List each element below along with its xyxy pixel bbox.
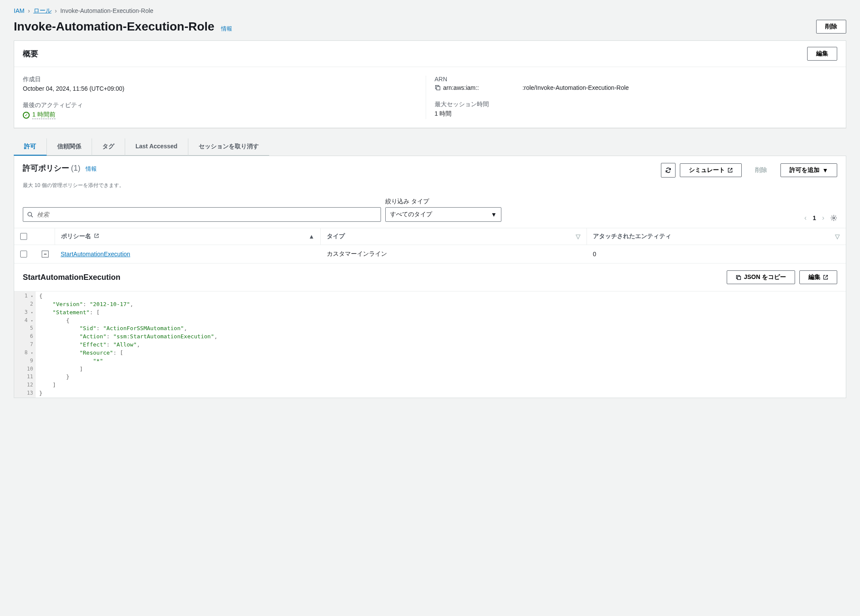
chevron-right-icon: › [28,7,30,14]
breadcrumb-roles[interactable]: ロール [34,7,52,15]
row-checkbox[interactable] [20,251,27,257]
external-link-icon [94,233,99,238]
col-attached[interactable]: アタッチされたエンティティ [593,233,671,240]
copy-icon[interactable] [435,85,441,91]
json-editor[interactable]: 1 ▾ 2 3 ▾ 4 ▾ 5 6 7 8 ▾ 9 10 11 12 13 { … [14,291,846,398]
col-type[interactable]: タイプ [327,233,345,240]
search-input[interactable] [23,207,381,222]
filter-type-label: 絞り込み タイプ [385,198,501,205]
table-row: − StartAutomationExecution カスタマーインライン 0 [14,245,846,264]
settings-icon[interactable] [830,215,837,221]
policies-subtitle: 最大 10 個の管理ポリシーを添付できます。 [14,182,846,194]
svg-rect-3 [737,276,740,279]
policy-name-link[interactable]: StartAutomationExecution [61,251,130,257]
policies-table: ポリシー名 ▲ タイプ ▽ [14,228,846,263]
tab-tags[interactable]: タグ [92,138,125,156]
tab-revoke-session[interactable]: セッションを取り消す [188,138,269,156]
add-permission-button[interactable]: 許可を追加 ▼ [780,163,837,177]
page-prev-icon: ‹ [805,214,807,222]
delete-policy-button: 削除 [746,163,776,177]
breadcrumb-iam[interactable]: IAM [14,7,25,14]
svg-rect-0 [436,86,440,90]
tab-trust[interactable]: 信頼関係 [47,138,92,156]
refresh-button[interactable] [661,163,676,178]
created-date-label: 作成日 [23,76,426,83]
copy-json-button[interactable]: JSON をコピー [727,270,795,284]
last-activity-value: 1 時間前 [32,111,55,119]
svg-point-1 [28,212,32,216]
select-all-checkbox[interactable] [20,233,27,240]
filter-type-select[interactable]: すべてのタイプ ▼ [385,207,501,222]
breadcrumb: IAM › ロール › Invoke-Automation-Execution-… [14,5,846,20]
breadcrumb-current: Invoke-Automation-Execution-Role [60,7,153,14]
check-circle-icon: ✓ [23,112,30,119]
caret-down-icon: ▼ [822,167,828,174]
summary-heading: 概要 [23,49,38,59]
search-icon [27,211,33,218]
simulate-button[interactable]: シミュレート [680,163,742,177]
copy-icon [736,275,741,280]
max-session-label: 最大セッション時間 [435,101,838,108]
edit-policy-button[interactable]: 編集 [799,270,837,284]
summary-panel: 概要 編集 作成日 October 04, 2024, 11:56 (UTC+0… [14,40,846,128]
delete-role-button[interactable]: 削除 [816,20,846,34]
policy-type-value: カスタマーインライン [321,245,587,264]
page-title: Invoke-Automation-Execution-Role 情報 [14,20,232,34]
policy-detail-heading: StartAutomationExecution [23,273,120,282]
svg-point-2 [833,217,835,219]
last-activity-label: 最後のアクティビティ [23,101,426,109]
page-number: 1 [813,215,816,221]
info-link[interactable]: 情報 [221,25,232,32]
refresh-icon [665,167,672,174]
tab-permissions[interactable]: 許可 [14,138,47,156]
caret-down-icon: ▼ [491,211,497,218]
created-date-value: October 04, 2024, 11:56 (UTC+09:00) [23,85,426,92]
sort-icon[interactable]: ▽ [835,233,840,240]
sort-asc-icon[interactable]: ▲ [309,233,315,240]
col-policy-name[interactable]: ポリシー名 [61,233,91,239]
line-gutter: 1 ▾ 2 3 ▾ 4 ▾ 5 6 7 8 ▾ 9 10 11 12 13 [14,291,36,398]
policies-info-link[interactable]: 情報 [86,165,97,172]
collapse-icon[interactable]: − [42,251,49,257]
max-session-value: 1 時間 [435,110,838,118]
policies-count: (1) [71,164,80,172]
tabs: 許可 信頼関係 タグ Last Accessed セッションを取り消す [14,138,846,156]
edit-summary-button[interactable]: 編集 [807,47,837,61]
policies-panel: 許可ポリシー (1) 情報 シミュレート 削除 許可を追加 ▼ 最大 10 個の [14,156,846,398]
arn-value: arn:aws:iam:: :role/Invoke-Automation-Ex… [443,84,629,91]
chevron-right-icon: › [55,7,57,14]
policies-heading: 許可ポリシー [23,164,69,172]
arn-label: ARN [435,76,838,83]
policy-attached-value: 0 [587,245,846,264]
tab-last-accessed[interactable]: Last Accessed [125,138,188,156]
external-link-icon [823,275,828,280]
external-link-icon [728,168,733,173]
page-next-icon: › [822,214,824,222]
sort-icon[interactable]: ▽ [576,233,580,240]
